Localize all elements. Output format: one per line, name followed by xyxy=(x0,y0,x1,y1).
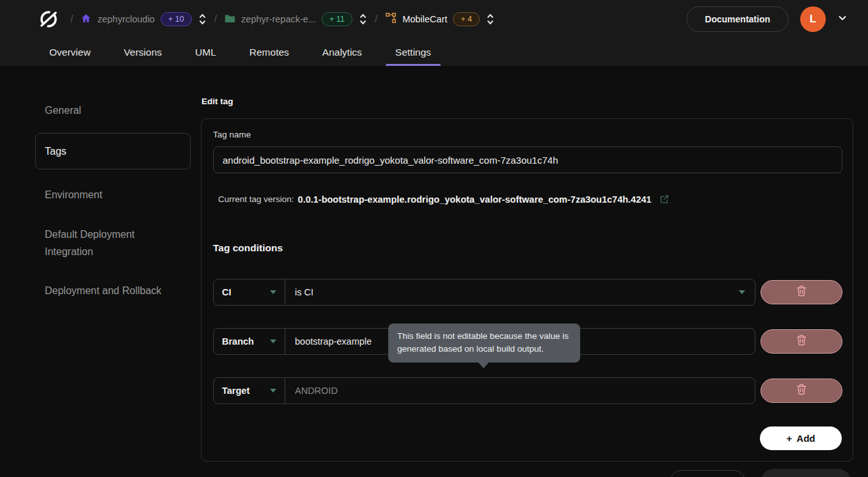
condition-row: CI is CI xyxy=(213,279,842,306)
chevron-down-icon xyxy=(270,290,276,294)
condition-key-select-branch[interactable]: Branch xyxy=(214,329,285,354)
delete-condition-button[interactable] xyxy=(761,379,842,403)
app-name: MobileCart xyxy=(402,14,447,24)
header-top-row: / zephyrcloudio + 10 / zephyr-repack-e..… xyxy=(0,0,868,38)
tag-conditions-heading: Tag conditions xyxy=(213,242,283,254)
plus-icon: + xyxy=(787,433,793,444)
chevron-down-icon xyxy=(270,389,276,393)
tag-name-label: Tag name xyxy=(213,130,251,139)
chevron-down-icon xyxy=(739,290,745,294)
cancel-button-partial[interactable] xyxy=(669,470,746,477)
condition-key-select-target[interactable]: Target xyxy=(214,378,285,403)
zephyr-logo-icon[interactable] xyxy=(37,8,63,31)
current-version-line: Current tag version: 0.0.1-bootstrap-exa… xyxy=(218,194,670,205)
breadcrumb-separator: / xyxy=(375,13,377,25)
nav-tabs: Overview Versions UML Remotes Analytics … xyxy=(0,38,868,66)
repo-name: zephyr-repack-e... xyxy=(241,14,316,24)
tag-name-input[interactable] xyxy=(213,146,842,173)
tab-settings[interactable]: Settings xyxy=(386,38,441,66)
sidebar-item-deployment-and-rollback[interactable]: Deployment and Rollback xyxy=(35,274,191,307)
repo-count-badge: + 11 xyxy=(322,12,352,26)
settings-sidebar: General Tags Environment Default Deploym… xyxy=(0,66,201,313)
header-right: Documentation L xyxy=(686,6,848,32)
sidebar-item-general[interactable]: General xyxy=(35,94,191,127)
tab-overview[interactable]: Overview xyxy=(40,38,100,66)
condition-value-select-ci[interactable]: is CI xyxy=(285,279,755,305)
org-count-badge: + 10 xyxy=(161,12,192,26)
app-switcher-icon[interactable] xyxy=(486,12,494,26)
sitemap-icon xyxy=(385,12,397,26)
trash-icon xyxy=(796,285,807,299)
breadcrumb-separator: / xyxy=(214,13,217,25)
org-switcher-icon[interactable] xyxy=(198,12,207,26)
condition-group-ci: CI is CI xyxy=(213,279,755,306)
tab-remotes[interactable]: Remotes xyxy=(240,38,299,66)
breadcrumb-app[interactable]: MobileCart + 4 xyxy=(385,12,480,26)
condition-value-field-target-disabled: ANDROID xyxy=(285,378,755,403)
condition-key-label: CI xyxy=(222,287,232,297)
repo-switcher-icon[interactable] xyxy=(359,12,367,26)
delete-condition-button[interactable] xyxy=(761,329,842,354)
condition-key-select-ci[interactable]: CI xyxy=(214,279,285,305)
current-version-value: 0.0.1-bootstrap-example.rodrigo_yokota_v… xyxy=(298,194,652,205)
condition-value-label: bootstrap-example xyxy=(295,336,372,347)
documentation-button[interactable]: Documentation xyxy=(686,6,789,32)
app-window: / zephyrcloudio + 10 / zephyr-repack-e..… xyxy=(0,0,868,477)
trash-icon xyxy=(796,334,807,348)
condition-key-label: Branch xyxy=(222,336,254,347)
trash-icon xyxy=(796,384,807,398)
tab-versions[interactable]: Versions xyxy=(114,38,171,66)
sidebar-item-environment[interactable]: Environment xyxy=(35,178,191,211)
tab-uml[interactable]: UML xyxy=(185,38,226,66)
header: / zephyrcloudio + 10 / zephyr-repack-e..… xyxy=(0,0,868,66)
app-count-badge: + 4 xyxy=(453,12,480,26)
delete-condition-button[interactable] xyxy=(761,280,842,304)
sidebar-item-tags[interactable]: Tags xyxy=(35,133,191,169)
breadcrumb-separator: / xyxy=(70,13,73,25)
add-condition-button[interactable]: + Add xyxy=(760,426,842,450)
folder-icon xyxy=(225,13,235,26)
condition-value-label: ANDROID xyxy=(295,386,338,396)
edit-tag-card: Tag name Current tag version: 0.0.1-boot… xyxy=(201,118,853,462)
avatar[interactable]: L xyxy=(800,6,826,32)
external-link-icon[interactable] xyxy=(659,194,670,205)
save-button-partial[interactable] xyxy=(761,469,851,477)
breadcrumb-org[interactable]: zephyrcloudio + 10 xyxy=(81,12,191,26)
condition-key-label: Target xyxy=(222,386,249,396)
org-name: zephyrcloudio xyxy=(97,14,154,24)
chevron-down-icon xyxy=(270,340,276,343)
tooltip: This field is not editable because the v… xyxy=(388,324,580,363)
account-menu-chevron-icon[interactable] xyxy=(837,13,848,26)
condition-value-label: is CI xyxy=(295,287,313,297)
sidebar-item-default-deployment-integration[interactable]: Default Deployment Integration xyxy=(35,218,191,268)
current-version-label: Current tag version: xyxy=(218,194,294,204)
condition-row: Target ANDROID xyxy=(213,377,842,404)
breadcrumb-repo[interactable]: zephyr-repack-e... + 11 xyxy=(225,12,352,26)
page-title: Edit tag xyxy=(201,97,233,106)
condition-group-target: Target ANDROID xyxy=(213,377,755,404)
home-icon xyxy=(81,13,91,26)
tab-analytics[interactable]: Analytics xyxy=(313,38,372,66)
add-button-label: Add xyxy=(796,433,815,444)
